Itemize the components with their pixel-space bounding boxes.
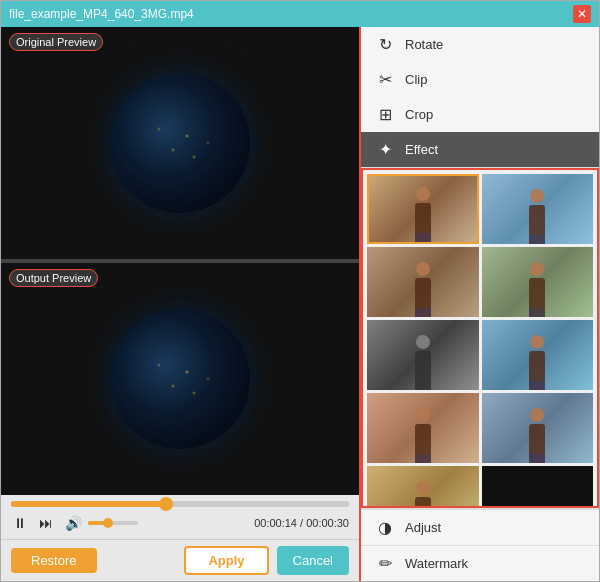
earth-lights-output bbox=[110, 309, 250, 449]
effect-thumb-4[interactable] bbox=[482, 247, 594, 317]
effect-icon: ✦ bbox=[375, 140, 395, 159]
figure-5 bbox=[408, 335, 438, 390]
effect-thumb-5[interactable] bbox=[367, 320, 479, 390]
menu-item-rotate[interactable]: ↻ Rotate bbox=[361, 27, 599, 62]
close-button[interactable]: ✕ bbox=[573, 5, 591, 23]
controls-area: ⏸ ⏭ 🔊 00:00:14 / 00:00:30 bbox=[1, 495, 359, 539]
earth-lights-original bbox=[110, 73, 250, 213]
restore-button[interactable]: Restore bbox=[11, 548, 97, 573]
action-buttons: Apply Cancel bbox=[184, 546, 349, 575]
figure-3 bbox=[408, 262, 438, 317]
menu-label-effect: Effect bbox=[405, 142, 438, 157]
main-window: file_example_MP4_640_3MG.mp4 ✕ Original … bbox=[0, 0, 600, 582]
next-frame-button[interactable]: ⏭ bbox=[37, 513, 55, 533]
figure-9 bbox=[408, 481, 438, 508]
apply-button[interactable]: Apply bbox=[184, 546, 268, 575]
effect-grid-inner bbox=[367, 174, 593, 508]
menu-item-adjust[interactable]: ◑ Adjust bbox=[361, 510, 599, 545]
effect-grid bbox=[361, 168, 599, 508]
menu-item-watermark[interactable]: ✏ Watermark bbox=[361, 546, 599, 581]
volume-area: 🔊 bbox=[63, 513, 138, 533]
effect-thumb-6[interactable] bbox=[482, 320, 594, 390]
right-panel: ↻ Rotate ✂ Clip ⊞ Crop ✦ Effect bbox=[359, 27, 599, 581]
window-title: file_example_MP4_640_3MG.mp4 bbox=[9, 7, 194, 21]
volume-bar[interactable] bbox=[88, 521, 138, 525]
progress-thumb[interactable] bbox=[159, 497, 173, 511]
clip-icon: ✂ bbox=[375, 70, 395, 89]
time-separator: / bbox=[297, 517, 306, 529]
time-total: 00:00:30 bbox=[306, 517, 349, 529]
rotate-icon: ↻ bbox=[375, 35, 395, 54]
output-preview-area: Output Preview bbox=[1, 263, 359, 495]
original-preview-label: Original Preview bbox=[9, 33, 103, 51]
volume-icon[interactable]: 🔊 bbox=[63, 513, 84, 533]
menu-label-watermark: Watermark bbox=[405, 556, 468, 571]
cancel-button[interactable]: Cancel bbox=[277, 546, 349, 575]
figure-8 bbox=[522, 408, 552, 463]
watermark-icon: ✏ bbox=[375, 554, 395, 573]
menu-label-clip: Clip bbox=[405, 72, 427, 87]
adjust-icon: ◑ bbox=[375, 518, 395, 537]
figure-2 bbox=[522, 189, 552, 244]
original-preview-area: Original Preview bbox=[1, 27, 359, 259]
playback-controls: ⏸ ⏭ 🔊 bbox=[11, 513, 138, 533]
progress-fill bbox=[11, 501, 166, 507]
effect-thumb-8[interactable] bbox=[482, 393, 594, 463]
left-panel: Original Preview Output Preview bbox=[1, 27, 359, 581]
video-section: Original Preview Output Preview bbox=[1, 27, 359, 495]
output-earth bbox=[110, 309, 250, 449]
progress-bar[interactable] bbox=[11, 501, 349, 507]
crop-icon: ⊞ bbox=[375, 105, 395, 124]
title-bar: file_example_MP4_640_3MG.mp4 ✕ bbox=[1, 1, 599, 27]
play-pause-button[interactable]: ⏸ bbox=[11, 513, 29, 533]
effect-thumb-3[interactable] bbox=[367, 247, 479, 317]
main-content: Original Preview Output Preview bbox=[1, 27, 599, 581]
menu-label-adjust: Adjust bbox=[405, 520, 441, 535]
original-earth bbox=[110, 73, 250, 213]
figure-6 bbox=[522, 335, 552, 390]
figure-7 bbox=[408, 408, 438, 463]
time-display: 00:00:14 / 00:00:30 bbox=[254, 517, 349, 529]
menu-label-rotate: Rotate bbox=[405, 37, 443, 52]
top-menu: ↻ Rotate ✂ Clip ⊞ Crop ✦ Effect bbox=[361, 27, 599, 168]
effect-thumb-7[interactable] bbox=[367, 393, 479, 463]
menu-item-crop[interactable]: ⊞ Crop bbox=[361, 97, 599, 132]
volume-thumb[interactable] bbox=[103, 518, 113, 528]
effect-thumb-10[interactable] bbox=[482, 466, 594, 508]
effect-thumb-1[interactable] bbox=[367, 174, 479, 244]
time-current: 00:00:14 bbox=[254, 517, 297, 529]
menu-item-effect[interactable]: ✦ Effect bbox=[361, 132, 599, 167]
figure-1 bbox=[408, 187, 438, 242]
output-preview-label: Output Preview bbox=[9, 269, 98, 287]
bottom-menu: ◑ Adjust ✏ Watermark bbox=[361, 508, 599, 581]
effect-thumb-2[interactable] bbox=[482, 174, 594, 244]
menu-label-crop: Crop bbox=[405, 107, 433, 122]
bottom-bar: Restore Apply Cancel bbox=[1, 539, 359, 581]
controls-row: ⏸ ⏭ 🔊 00:00:14 / 00:00:30 bbox=[11, 513, 349, 533]
effect-thumb-9[interactable] bbox=[367, 466, 479, 508]
figure-4 bbox=[522, 262, 552, 317]
menu-item-clip[interactable]: ✂ Clip bbox=[361, 62, 599, 97]
